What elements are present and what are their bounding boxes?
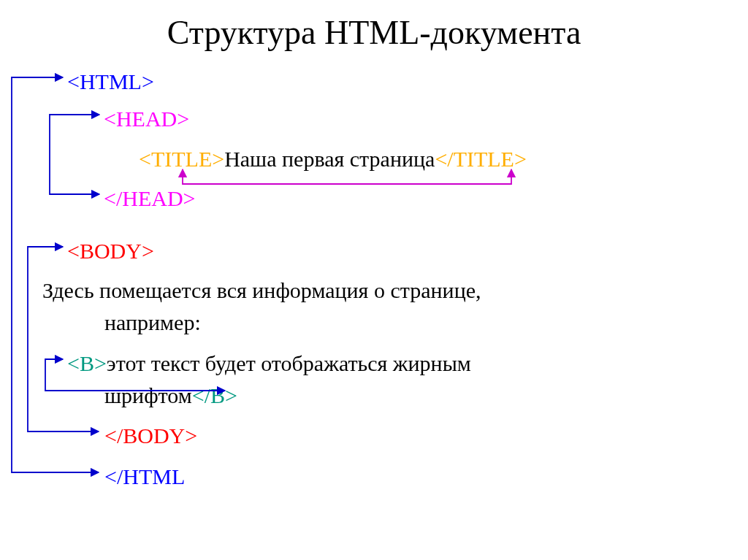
connector-head: [50, 115, 99, 194]
title-line: <TITLE>Наша первая страница</TITLE>: [139, 142, 527, 175]
tag-html-open: <HTML>: [67, 65, 154, 98]
tag-b-open: <B>: [67, 351, 107, 375]
body-text-line2: например:: [104, 306, 201, 339]
tag-title-close: </TITLE>: [435, 147, 526, 171]
tag-head-close: </HEAD>: [104, 182, 196, 215]
tag-html-close: </HTML: [104, 460, 185, 493]
title-text: Наша первая страница: [224, 147, 435, 171]
bold-line2: шрифтом</B>: [104, 379, 237, 412]
tag-title-open: <TITLE>: [139, 147, 224, 171]
tag-body-open: <BODY>: [67, 234, 154, 267]
page-title: Структура HTML-документа: [0, 13, 748, 52]
b-text2: шрифтом: [104, 383, 192, 407]
tag-body-close: </BODY>: [104, 419, 197, 452]
tag-b-close: </B>: [192, 383, 237, 407]
tag-head-open: <HEAD>: [104, 102, 189, 135]
body-text-line1: Здесь помещается вся информация о страни…: [42, 274, 481, 307]
bold-line1: <B>этот текст будет отображаться жирным: [67, 347, 471, 380]
b-text1: этот текст будет отображаться жирным: [107, 351, 471, 375]
